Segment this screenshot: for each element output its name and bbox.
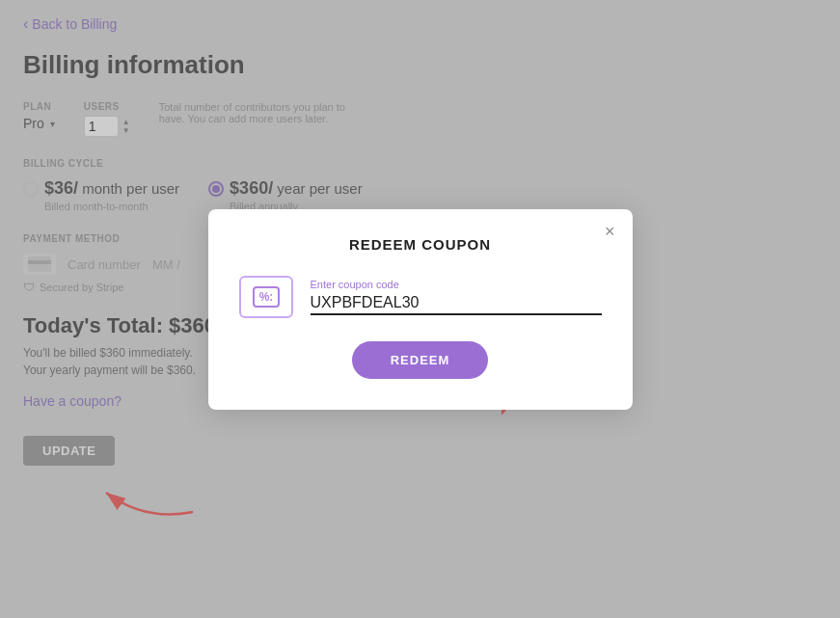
coupon-icon: %: — [239, 276, 293, 318]
modal-title: REDEEM COUPON — [239, 236, 602, 253]
redeem-coupon-modal: × REDEEM COUPON %: Enter coupon code RED… — [208, 209, 633, 410]
modal-actions: REDEEM — [239, 341, 602, 379]
coupon-input-wrap: Enter coupon code — [311, 279, 602, 315]
svg-text:%:: %: — [258, 290, 273, 304]
modal-close-button[interactable]: × — [605, 223, 615, 240]
redeem-button[interactable]: REDEEM — [352, 341, 489, 379]
modal-body: %: Enter coupon code — [239, 276, 602, 318]
coupon-input[interactable] — [311, 292, 602, 315]
coupon-input-label: Enter coupon code — [311, 279, 602, 290]
modal-overlay: × REDEEM COUPON %: Enter coupon code RED… — [0, 0, 840, 618]
